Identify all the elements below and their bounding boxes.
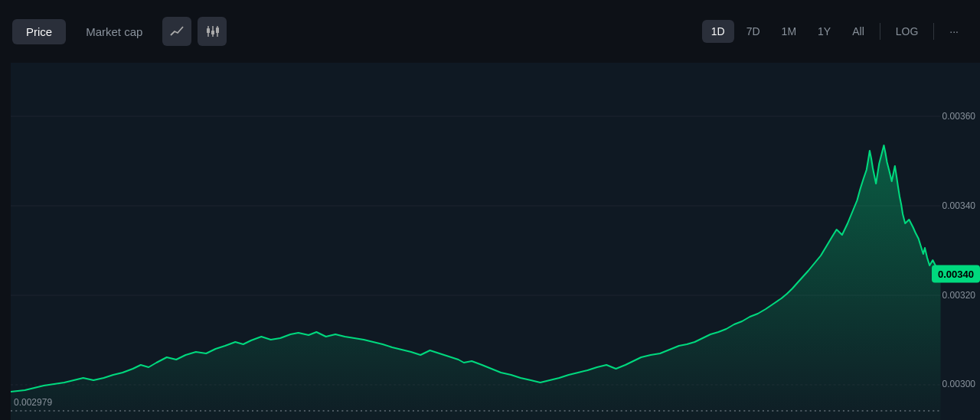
price-chart [11, 63, 980, 420]
timeframe-1d[interactable]: 1D [702, 20, 734, 43]
timeframe-1y[interactable]: 1Y [808, 20, 840, 43]
svg-rect-1 [207, 28, 210, 33]
toolbar-right: 1D 7D 1M 1Y All LOG ··· [702, 20, 968, 43]
chart-container: Price Market cap 1D 7D 1 [0, 0, 980, 420]
timeframe-7d[interactable]: 7D [737, 20, 769, 43]
svg-rect-5 [216, 28, 219, 33]
line-chart-button[interactable] [162, 17, 191, 46]
min-price-label: 0.002979 [14, 397, 52, 408]
timeframe-all[interactable]: All [843, 20, 874, 43]
toolbar-divider2 [933, 23, 934, 40]
toolbar: Price Market cap 1D 7D 1 [0, 0, 980, 63]
candle-chart-button[interactable] [198, 17, 227, 46]
toolbar-left: Price Market cap [12, 17, 227, 46]
log-button[interactable]: LOG [887, 20, 928, 43]
toolbar-divider [880, 23, 880, 40]
tab-market-cap[interactable]: Market cap [72, 19, 156, 44]
timeframe-1m[interactable]: 1M [773, 20, 805, 43]
tab-price[interactable]: Price [12, 19, 66, 44]
svg-rect-3 [211, 31, 214, 34]
current-price-label: 0.00340 [932, 265, 980, 282]
more-button[interactable]: ··· [940, 20, 968, 43]
chart-area: 0.00360 0.00340 0.00320 0.00300 0.00340 … [11, 63, 980, 420]
